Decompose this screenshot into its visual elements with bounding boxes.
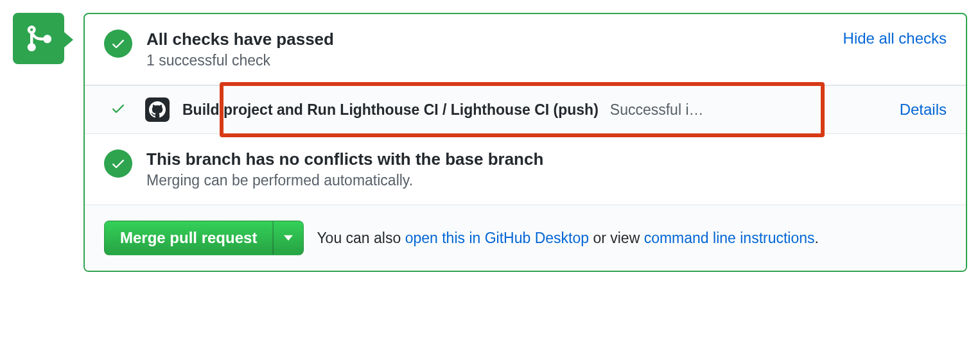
merge-status-panel: All checks have passed 1 successful chec… bbox=[83, 13, 967, 272]
checks-summary-section: All checks have passed 1 successful chec… bbox=[85, 14, 966, 85]
check-icon bbox=[110, 101, 126, 116]
check-icon bbox=[110, 36, 126, 51]
caret-down-icon bbox=[284, 235, 293, 241]
merge-help-text: You can also open this in GitHub Desktop… bbox=[317, 230, 819, 247]
check-item: Build project and Run Lighthouse CI / Li… bbox=[85, 85, 966, 134]
github-actions-icon bbox=[145, 97, 170, 122]
open-desktop-link[interactable]: open this in GitHub Desktop bbox=[405, 230, 589, 246]
checks-title: All checks have passed bbox=[146, 30, 830, 49]
git-merge-icon bbox=[24, 24, 53, 53]
cli-instructions-link[interactable]: command line instructions bbox=[644, 230, 815, 246]
conflicts-title: This branch has no conflicts with the ba… bbox=[146, 149, 947, 169]
toggle-checks-link[interactable]: Hide all checks bbox=[843, 30, 947, 47]
github-mark-icon bbox=[149, 101, 166, 118]
check-item-status-text: Successful i… bbox=[610, 101, 704, 119]
merge-footer: Merge pull request You can also open thi… bbox=[85, 205, 966, 271]
merge-button-group: Merge pull request bbox=[104, 221, 304, 255]
success-status-badge bbox=[104, 30, 132, 58]
checks-list: Build project and Run Lighthouse CI / Li… bbox=[85, 85, 966, 134]
check-item-status bbox=[110, 101, 126, 119]
merge-pull-request-button[interactable]: Merge pull request bbox=[104, 221, 273, 255]
check-item-name[interactable]: Build project and Run Lighthouse CI / Li… bbox=[182, 101, 599, 119]
check-details-link[interactable]: Details bbox=[900, 101, 947, 119]
merge-help-prefix: You can also bbox=[317, 230, 405, 246]
merge-options-dropdown[interactable] bbox=[273, 221, 304, 255]
conflicts-subtitle: Merging can be performed automatically. bbox=[146, 172, 947, 189]
merge-status-icon bbox=[13, 13, 64, 64]
conflicts-section: This branch has no conflicts with the ba… bbox=[85, 134, 966, 205]
checks-subtitle: 1 successful check bbox=[146, 52, 830, 69]
merge-help-middle: or view bbox=[589, 230, 644, 246]
success-status-badge bbox=[104, 149, 132, 178]
check-icon bbox=[110, 156, 126, 171]
merge-help-suffix: . bbox=[815, 230, 819, 246]
